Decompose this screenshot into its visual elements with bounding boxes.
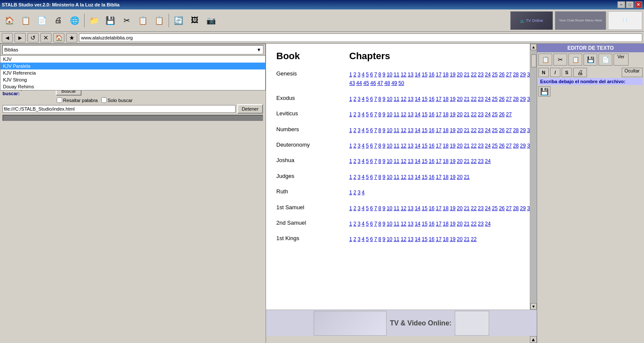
chapter-link[interactable]: 27 [506, 143, 511, 149]
chapter-link[interactable]: 7 [374, 127, 377, 133]
chapter-link[interactable]: 11 [394, 143, 399, 149]
chapter-link[interactable]: 20 [457, 205, 463, 211]
italic-button[interactable]: / [550, 68, 560, 77]
chapter-link[interactable]: 8 [378, 96, 381, 102]
chapter-link[interactable]: 2 [354, 72, 357, 78]
chapter-link[interactable]: 29 [520, 96, 526, 102]
chapter-link[interactable]: 16 [429, 72, 434, 78]
chapter-link[interactable]: 29 [520, 127, 526, 133]
chapter-link[interactable]: 44 [356, 80, 362, 86]
chapter-link[interactable]: 26 [499, 205, 505, 211]
chapter-link[interactable]: 7 [374, 236, 377, 242]
chapter-link[interactable]: 6 [370, 96, 373, 102]
chapter-link[interactable]: 4 [362, 96, 365, 102]
chapter-link[interactable]: 20 [457, 158, 463, 164]
chapter-link[interactable]: 3 [357, 205, 360, 211]
chapter-link[interactable]: 11 [394, 111, 399, 117]
chapter-link[interactable]: 2 [354, 96, 357, 102]
chapter-link[interactable]: 8 [378, 158, 381, 164]
editor-btn-5[interactable]: 📄 [599, 54, 612, 66]
chapter-link[interactable]: 13 [408, 236, 413, 242]
chapter-link[interactable]: 3 [357, 190, 360, 196]
chapter-link[interactable]: 12 [401, 72, 406, 78]
solo-buscar-checkbox[interactable] [101, 97, 107, 103]
chapter-link[interactable]: 20 [457, 96, 463, 102]
ocultar-button[interactable]: Ocultar [622, 68, 643, 77]
chapter-link[interactable]: 18 [443, 174, 448, 180]
scroll-up-arrow[interactable]: ▲ [530, 44, 537, 50]
chapter-link[interactable]: 22 [471, 236, 477, 242]
chapter-link[interactable]: 2 [354, 127, 357, 133]
chapter-link[interactable]: 16 [429, 96, 434, 102]
chapter-link[interactable]: 14 [415, 111, 420, 117]
chapter-link[interactable]: 25 [492, 127, 498, 133]
chapter-link[interactable]: 46 [370, 80, 376, 86]
chapter-link[interactable]: 17 [436, 236, 441, 242]
chapter-link[interactable]: 10 [387, 174, 392, 180]
chapter-link[interactable]: 22 [471, 111, 477, 117]
editor-btn-2[interactable]: ✂ [553, 54, 567, 66]
chapter-link[interactable]: 25 [492, 205, 498, 211]
chapter-link[interactable]: 9 [383, 72, 386, 78]
chapter-link[interactable]: 25 [492, 143, 498, 149]
chapter-link[interactable]: 4 [362, 127, 365, 133]
favorites-button[interactable]: ★ [66, 33, 77, 42]
chapter-link[interactable]: 14 [415, 143, 420, 149]
chapter-link[interactable]: 21 [464, 111, 469, 117]
chapter-link[interactable]: 5 [366, 236, 369, 242]
chapter-link[interactable]: 12 [401, 221, 406, 227]
chapter-link[interactable]: 17 [436, 96, 441, 102]
chapter-link[interactable]: 30 [527, 72, 530, 78]
chapter-link[interactable]: 25 [492, 72, 498, 78]
chapter-link[interactable]: 18 [443, 72, 448, 78]
chapter-link[interactable]: 20 [457, 221, 463, 227]
chapter-link[interactable]: 18 [443, 221, 448, 227]
chapter-link[interactable]: 27 [506, 96, 511, 102]
toolbar-btn-refresh[interactable]: 🔄 [171, 13, 186, 28]
chapter-link[interactable]: 18 [443, 143, 448, 149]
chapter-link[interactable]: 26 [499, 96, 505, 102]
chapter-link[interactable]: 9 [383, 221, 386, 227]
chapter-link[interactable]: 19 [450, 111, 455, 117]
chapter-link[interactable]: 9 [383, 143, 386, 149]
chapter-link[interactable]: 6 [370, 127, 373, 133]
chapter-link[interactable]: 29 [520, 205, 526, 211]
toolbar-btn-home[interactable]: 🏠 [2, 13, 17, 28]
bible-option-kjv-paralela[interactable]: KJV Paralela [0, 63, 265, 69]
chapter-link[interactable]: 17 [436, 221, 441, 227]
chapter-link[interactable]: 1 [349, 127, 352, 133]
chapter-link[interactable]: 5 [366, 158, 369, 164]
chapter-link[interactable]: 22 [471, 96, 477, 102]
chapter-link[interactable]: 2 [354, 111, 357, 117]
chapter-link[interactable]: 10 [387, 127, 392, 133]
chapter-link[interactable]: 1 [349, 143, 352, 149]
toolbar-btn-web[interactable]: 🌐 [67, 13, 82, 28]
chapter-link[interactable]: 16 [429, 221, 434, 227]
toolbar-btn-image[interactable]: 🖼 [187, 13, 203, 28]
chapter-link[interactable]: 7 [374, 205, 377, 211]
chapter-link[interactable]: 8 [378, 174, 381, 180]
chapter-link[interactable]: 17 [436, 158, 441, 164]
chapter-link[interactable]: 11 [394, 96, 399, 102]
chapter-link[interactable]: 19 [450, 72, 455, 78]
chapter-link[interactable]: 19 [450, 96, 455, 102]
chapter-link[interactable]: 13 [408, 143, 413, 149]
chapter-link[interactable]: 1 [349, 72, 352, 78]
chapter-link[interactable]: 15 [422, 127, 427, 133]
chapter-link[interactable]: 15 [422, 174, 427, 180]
chapter-link[interactable]: 26 [499, 72, 505, 78]
chapter-link[interactable]: 16 [429, 236, 434, 242]
chapter-link[interactable]: 15 [422, 72, 427, 78]
chapter-link[interactable]: 48 [384, 80, 390, 86]
chapter-link[interactable]: 24 [485, 96, 490, 102]
chapter-link[interactable]: 10 [387, 221, 392, 227]
chapter-link[interactable]: 30 [527, 205, 530, 211]
chapter-link[interactable]: 4 [362, 158, 365, 164]
chapter-link[interactable]: 23 [478, 111, 484, 117]
chapter-link[interactable]: 4 [362, 111, 365, 117]
chapter-link[interactable]: 24 [485, 221, 490, 227]
scroll-down-arrow[interactable]: ▼ [530, 303, 537, 310]
chapter-link[interactable]: 4 [362, 205, 365, 211]
chapter-link[interactable]: 21 [464, 127, 469, 133]
chapter-link[interactable]: 8 [378, 236, 381, 242]
